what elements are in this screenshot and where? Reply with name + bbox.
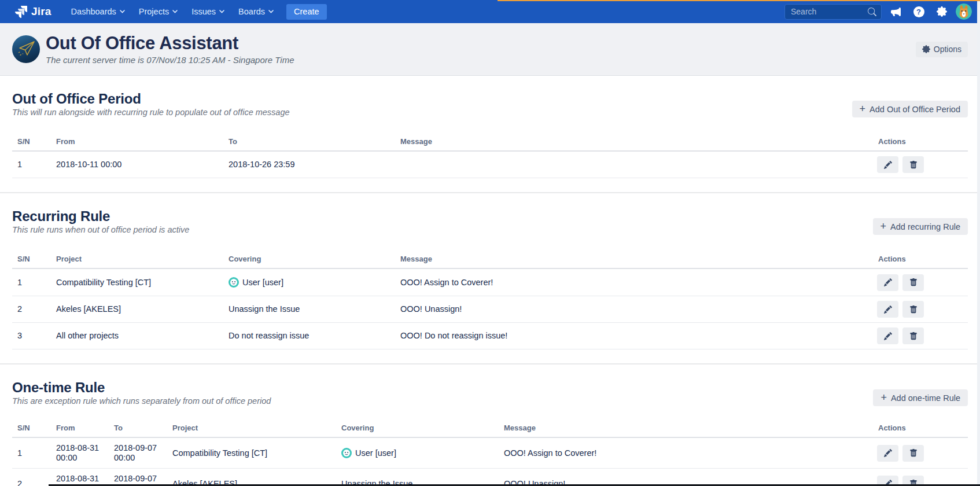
plus-icon: +: [860, 104, 866, 114]
add-button-label: Add Out of Office Period: [870, 105, 960, 114]
to-cell: 2018-09-07 00:00: [109, 437, 167, 469]
covering-cell: User [user]: [355, 448, 396, 458]
jira-logo[interactable]: Jira: [15, 5, 51, 18]
message-cell: [395, 151, 874, 178]
nav-issues-label: Issues: [191, 7, 216, 16]
sn-cell: 1: [12, 268, 51, 296]
chevron-down-icon: [172, 10, 178, 13]
delete-button[interactable]: [902, 301, 924, 318]
column-header-actions: Actions: [874, 255, 968, 268]
trash-icon: [909, 332, 918, 340]
to-cell: 2018-09-07 00:00: [109, 469, 167, 486]
add-out-of-office-period-button[interactable]: + Add Out of Office Period: [852, 101, 968, 117]
table-row: 3 All other projects Do not reassign iss…: [12, 323, 968, 349]
trash-icon: [909, 449, 918, 457]
section-subtitle: This are exception rule which runs separ…: [12, 396, 271, 406]
pencil-icon: [884, 449, 892, 457]
covering-cell: User [user]: [242, 278, 283, 288]
search-box[interactable]: [784, 4, 882, 20]
section-subtitle: This will run alongside with recurring r…: [12, 108, 290, 117]
top-navbar: Jira Dashboards Projects Issues Boards C…: [0, 0, 980, 23]
covering-cell: Unassign the Issue: [223, 296, 395, 323]
help-button[interactable]: ?: [909, 2, 928, 21]
server-time-text: The current server time is 07/Nov/18 10:…: [46, 55, 294, 65]
edit-button[interactable]: [877, 274, 898, 291]
chevron-down-icon: [120, 10, 125, 13]
edit-button[interactable]: [877, 156, 898, 173]
one-time-rule-table: S/N From To Project Covering Message Act…: [12, 424, 968, 486]
column-header-from: From: [51, 424, 109, 437]
trash-icon: [909, 278, 918, 286]
column-header-to: To: [109, 424, 167, 437]
add-one-time-rule-button[interactable]: + Add one-time Rule: [873, 389, 968, 406]
nav-issues[interactable]: Issues: [185, 0, 231, 23]
from-cell: 2018-08-31 00:00: [51, 437, 109, 469]
project-cell: Compatibility Testing [CT]: [51, 268, 223, 296]
recurring-rule-table: S/N Project Covering Message Actions 1 C…: [12, 255, 968, 349]
user-avatar-icon: [341, 448, 352, 458]
covering-cell: Unassign the Issue: [336, 469, 499, 486]
chevron-down-icon: [268, 10, 274, 13]
dog-avatar-icon: [956, 3, 972, 20]
message-cell: OOO! Assign to Coverer!: [395, 268, 874, 296]
project-cell: Akeles [AKELES]: [167, 469, 336, 486]
user-avatar[interactable]: [956, 3, 972, 20]
column-header-to: To: [223, 137, 395, 151]
column-header-message: Message: [395, 137, 874, 151]
delete-button[interactable]: [902, 327, 924, 344]
sn-cell: 1: [12, 151, 51, 178]
user-avatar-icon: [229, 277, 239, 288]
covering-cell: Do not reassign issue: [223, 323, 395, 349]
edit-button[interactable]: [877, 327, 898, 344]
edit-button[interactable]: [877, 445, 898, 462]
section-title: Out of Office Period: [12, 91, 290, 106]
add-recurring-rule-button[interactable]: + Add recurring Rule: [873, 218, 968, 235]
delete-button[interactable]: [902, 274, 924, 291]
sn-cell: 2: [12, 469, 51, 486]
options-label: Options: [934, 45, 961, 54]
message-cell: OOO! Unassign!: [499, 469, 874, 486]
sn-cell: 2: [12, 296, 51, 323]
page-title: Out Of Office Assistant: [46, 34, 294, 53]
pencil-icon: [884, 305, 892, 314]
jira-logo-icon: [15, 6, 27, 18]
gear-icon: [922, 45, 930, 53]
search-icon[interactable]: [868, 8, 876, 16]
column-header-covering: Covering: [223, 255, 395, 268]
column-header-sn: S/N: [12, 137, 51, 151]
nav-projects-label: Projects: [139, 7, 169, 16]
pencil-icon: [884, 332, 892, 340]
to-cell: 2018-10-26 23:59: [223, 151, 395, 178]
create-button[interactable]: Create: [286, 4, 327, 20]
nav-boards-label: Boards: [238, 7, 265, 16]
from-cell: 2018-08-31 00:00: [51, 469, 109, 486]
out-of-office-period-table: S/N From To Message Actions 1 2018-10-11…: [12, 137, 968, 178]
announcements-button[interactable]: [886, 2, 905, 21]
edit-button[interactable]: [877, 301, 898, 318]
search-input[interactable]: [791, 7, 868, 16]
add-button-label: Add one-time Rule: [891, 393, 960, 403]
settings-button[interactable]: [933, 2, 951, 21]
section-one-time-rule: One-time Rule This are exception rule wh…: [0, 363, 980, 486]
project-cell: All other projects: [51, 323, 223, 349]
window-top-accent: [498, 0, 980, 1]
project-cell: Akeles [AKELES]: [51, 296, 223, 323]
options-button[interactable]: Options: [916, 42, 968, 57]
delete-button[interactable]: [902, 445, 924, 462]
plus-icon: +: [880, 221, 887, 231]
pencil-icon: [884, 278, 892, 286]
page-header: Out Of Office Assistant The current serv…: [0, 23, 980, 76]
column-header-project: Project: [167, 424, 336, 437]
pencil-icon: [884, 161, 892, 169]
nav-projects[interactable]: Projects: [132, 0, 185, 23]
nav-boards[interactable]: Boards: [231, 0, 281, 23]
section-title: One-time Rule: [12, 380, 271, 395]
nav-dashboards[interactable]: Dashboards: [64, 0, 132, 23]
trash-icon: [909, 161, 918, 169]
scrollbar[interactable]: [977, 0, 980, 486]
delete-button[interactable]: [902, 156, 924, 173]
paper-plane-icon: [12, 35, 40, 63]
nav-dashboards-label: Dashboards: [71, 7, 116, 16]
table-row: 2 2018-08-31 00:00 2018-09-07 00:00 Akel…: [12, 469, 968, 486]
section-out-of-office-period: Out of Office Period This will run along…: [0, 76, 980, 192]
